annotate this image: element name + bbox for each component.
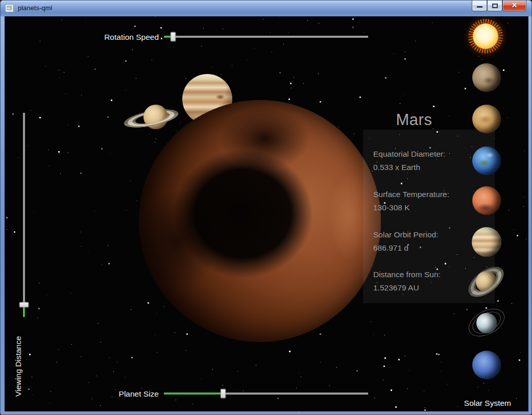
sun-icon: [473, 23, 498, 49]
planet-size-handle[interactable]: [221, 389, 226, 399]
scene-viewport[interactable]: Mars Equatorial Diameter: 0.533 x Earth …: [5, 16, 528, 411]
viewing-distance-slider[interactable]: [23, 113, 25, 317]
earth-icon: [472, 147, 501, 175]
planet-size-fill: [164, 393, 223, 395]
viewing-distance-label: Viewing Distance: [14, 320, 23, 397]
maximize-icon: [492, 4, 498, 8]
minimize-icon: [477, 6, 482, 8]
rotation-speed-handle[interactable]: [171, 32, 176, 42]
planet-size-slider[interactable]: [164, 393, 368, 395]
rotation-speed-label: Rotation Speed: [102, 33, 159, 42]
maximize-button[interactable]: [487, 1, 502, 11]
planet-item-saturn[interactable]: [471, 267, 502, 298]
mercury-icon: [472, 63, 501, 92]
planet-item-venus[interactable]: [471, 104, 502, 134]
jupiter-icon: [472, 227, 501, 257]
mars-icon: [472, 186, 501, 215]
footer-label: Solar System: [464, 399, 511, 408]
venus-icon: [472, 105, 501, 133]
minimize-button[interactable]: [472, 1, 487, 11]
selected-planet-title: Mars: [368, 111, 460, 129]
viewing-distance-handle[interactable]: [19, 302, 29, 308]
planet-item-jupiter[interactable]: [471, 227, 502, 257]
uranus-icon: [476, 313, 497, 333]
planet-item-mars[interactable]: [471, 185, 502, 216]
planet-item-mercury[interactable]: [471, 62, 502, 93]
mars-planet: [139, 100, 381, 342]
planet-item-earth[interactable]: [471, 145, 502, 176]
window-title: planets-qml: [18, 4, 52, 12]
close-icon: ✕: [503, 1, 526, 9]
close-button[interactable]: ✕: [502, 1, 526, 11]
planet-item-uranus[interactable]: [471, 308, 502, 338]
titlebar[interactable]: planets-qml ✕: [1, 1, 531, 16]
planet-item-sun[interactable]: [471, 22, 502, 53]
planet-size-label: Planet Size: [102, 389, 159, 399]
app-window: planets-qml ✕ Mars Equatorial Diameter: …: [0, 0, 532, 415]
planet-item-neptune[interactable]: [471, 350, 502, 380]
neptune-icon: [472, 351, 501, 379]
rotation-speed-slider[interactable]: [164, 36, 368, 38]
app-icon: [5, 4, 14, 12]
